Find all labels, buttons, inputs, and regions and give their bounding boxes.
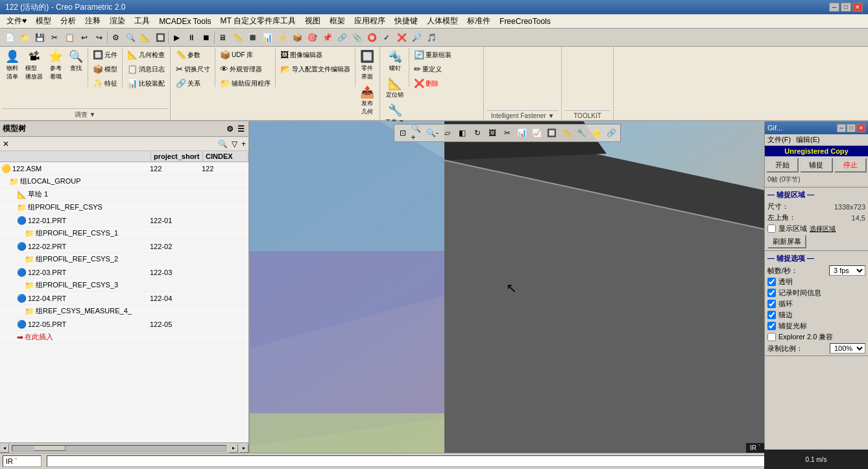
- vp-box[interactable]: 🔲: [545, 126, 559, 140]
- scroll-left-btn[interactable]: ◂: [0, 444, 9, 453]
- qa-open[interactable]: 📁: [18, 30, 32, 45]
- rb-compare-assembly[interactable]: 📊比较装配: [125, 77, 167, 90]
- gif-loop-checkbox[interactable]: [767, 300, 776, 308]
- rb-udf-library[interactable]: 📦UDF 库: [217, 48, 273, 62]
- tree-item-9[interactable]: 📁 组PROFIL_REF_CSYS_3: [0, 279, 248, 292]
- rb-relation[interactable]: 🔗关系: [173, 77, 213, 90]
- gif-pause-button[interactable]: 辅捉: [800, 158, 832, 173]
- gif-capture-cursor-checkbox[interactable]: [767, 322, 776, 330]
- qa-undo[interactable]: ↩: [77, 30, 91, 45]
- vp-chart2[interactable]: 📈: [530, 126, 544, 140]
- col-header-project-short[interactable]: project_short: [151, 151, 203, 162]
- menu-tools[interactable]: 工具: [130, 14, 154, 28]
- tree-item-4[interactable]: 🔵 122-01.PRT 122-01: [0, 214, 248, 227]
- panel-filter-icon[interactable]: ▽: [230, 139, 239, 149]
- gif-minimize-btn[interactable]: ─: [837, 124, 846, 132]
- rb-part-interface[interactable]: 🔲零件界面: [357, 48, 377, 83]
- qa-lightning[interactable]: ⚡: [275, 30, 289, 45]
- gif-refresh-button[interactable]: 刷新屏幕: [767, 235, 806, 248]
- menu-framework[interactable]: 框架: [326, 14, 349, 28]
- gif-menu-file[interactable]: 文件(F): [767, 135, 791, 145]
- vp-shaded[interactable]: ◧: [455, 126, 470, 140]
- gif-fps-select[interactable]: 3 fps5 fps10 fps15 fps: [829, 265, 865, 276]
- rb-publish-geometry[interactable]: 📤发布几何: [357, 84, 377, 119]
- panel-close-icon[interactable]: ✕: [1, 139, 10, 149]
- menu-view[interactable]: 视图: [301, 14, 324, 28]
- gif-cursor-edge-checkbox[interactable]: [767, 311, 776, 319]
- qa-music[interactable]: 🎵: [424, 30, 439, 45]
- vp-measure[interactable]: 📏: [560, 126, 574, 140]
- rb-image-editor[interactable]: 🖼图像编辑器: [278, 48, 353, 62]
- tree-item-2[interactable]: 📐 草绘 1: [0, 188, 248, 201]
- tree-item-1[interactable]: 📁 组LOCAL_GROUP: [0, 175, 248, 188]
- vp-link[interactable]: 🔗: [605, 126, 619, 140]
- menu-shortcuts[interactable]: 快捷键: [391, 14, 422, 28]
- vp-appearance[interactable]: 🖼: [485, 126, 500, 140]
- tree-item-0[interactable]: 🟡 122.ASM 122 122: [0, 162, 248, 175]
- qa-circle[interactable]: ⭕: [365, 30, 379, 45]
- qa-play[interactable]: ▶: [169, 30, 184, 45]
- tree-item-13[interactable]: ➡ 在此插入: [0, 331, 248, 344]
- gif-close-btn[interactable]: ✕: [856, 124, 865, 132]
- menu-render[interactable]: 渲染: [106, 14, 129, 28]
- rb-model[interactable]: 📦模型: [90, 62, 120, 76]
- qa-save[interactable]: 💾: [32, 30, 47, 45]
- menu-freecretools[interactable]: FreeCreoTools: [496, 16, 555, 27]
- rb-component[interactable]: 🔲元件: [90, 48, 120, 62]
- rb-geometry-check[interactable]: 📐几何检查: [125, 48, 167, 62]
- vp-zoom-in[interactable]: 🔍+: [411, 126, 425, 140]
- rb-appearance-mgr[interactable]: 👁外观管理器: [217, 62, 273, 76]
- qa-attach[interactable]: 📎: [350, 30, 364, 45]
- qa-cut[interactable]: ✂: [47, 30, 62, 45]
- rb-redefine[interactable]: ✏重定义: [411, 62, 454, 76]
- scroll-right-btn[interactable]: ▸: [229, 444, 238, 453]
- close-button[interactable]: ✕: [852, 3, 863, 12]
- qa-check[interactable]: ✓: [380, 30, 394, 45]
- gif-timestamp-checkbox[interactable]: [767, 289, 776, 297]
- gif-stop-button[interactable]: 停止: [834, 158, 867, 173]
- qa-close[interactable]: ❌: [394, 30, 409, 45]
- maximize-button[interactable]: □: [841, 3, 851, 12]
- tree-item-12[interactable]: 🔵 122-05.PRT 122-05: [0, 318, 248, 331]
- rb-model-player[interactable]: 📽模型播放器: [23, 48, 45, 90]
- panel-add-icon[interactable]: +: [240, 139, 247, 149]
- qa-new[interactable]: 📄: [3, 30, 17, 45]
- qa-pin[interactable]: 📌: [320, 30, 334, 45]
- vp-cut[interactable]: ✂: [500, 126, 514, 140]
- col-header-cindex[interactable]: CINDEX: [203, 151, 248, 162]
- scroll-right2-btn[interactable]: ▸: [239, 444, 248, 453]
- rb-delete[interactable]: ❌删除: [411, 77, 454, 90]
- qa-redo[interactable]: ↪: [92, 30, 106, 45]
- vp-refit[interactable]: ⊡: [396, 126, 410, 140]
- qa-search[interactable]: 🔍: [123, 30, 138, 45]
- horizontal-scrollbar[interactable]: ◂ ▸ ▸: [0, 442, 248, 453]
- menu-file[interactable]: 文件♥: [3, 14, 30, 28]
- rb-parameters[interactable]: 📏参数: [173, 48, 213, 62]
- gif-explorer-checkbox[interactable]: [767, 333, 776, 341]
- vp-analysis[interactable]: 📊: [515, 126, 529, 140]
- rb-screw[interactable]: 🔩螺钉: [383, 48, 407, 75]
- menu-mcadex[interactable]: MCADEx Tools: [155, 16, 215, 27]
- qa-box[interactable]: 🔲: [153, 30, 167, 45]
- tree-item-11[interactable]: 📁 组REF_CSYS_MEASURE_4_: [0, 305, 248, 318]
- vp-zoom-out[interactable]: 🔍-: [426, 126, 440, 140]
- menu-annotation[interactable]: 注释: [81, 14, 104, 28]
- panel-menu-icon[interactable]: ☰: [236, 124, 246, 134]
- tree-item-8[interactable]: 🔵 122-03.PRT 122-03: [0, 266, 248, 279]
- qa-copy[interactable]: 📋: [62, 30, 77, 45]
- vp-wireframe[interactable]: ▱: [440, 126, 455, 140]
- panel-search-icon[interactable]: 🔍: [217, 139, 229, 149]
- gif-scale-select[interactable]: 100%75%50%: [830, 343, 865, 354]
- rb-reassemble[interactable]: 🔄重新组装: [411, 48, 454, 62]
- scroll-thumb[interactable]: [34, 446, 66, 451]
- qa-target[interactable]: 🎯: [305, 30, 319, 45]
- gif-transparent-checkbox[interactable]: [767, 278, 776, 286]
- qa-magnify[interactable]: 🔎: [409, 30, 424, 45]
- rb-locating-pin[interactable]: 📐定位销: [383, 75, 407, 102]
- rb-feature[interactable]: ✨特征: [90, 77, 120, 90]
- menu-standard-parts[interactable]: 标准件: [463, 14, 494, 28]
- menu-applications[interactable]: 应用程序: [350, 14, 389, 28]
- qa-pause[interactable]: ⏸: [184, 30, 199, 45]
- qa-package[interactable]: 📦: [290, 30, 304, 45]
- tree-item-6[interactable]: 🔵 122-02.PRT 122-02: [0, 240, 248, 253]
